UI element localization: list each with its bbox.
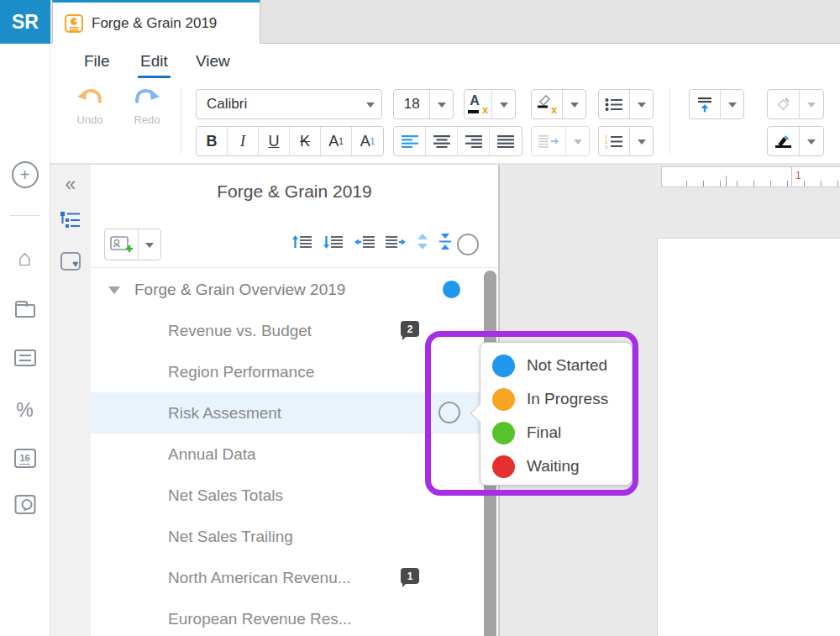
bullet-list-button[interactable] bbox=[598, 89, 654, 119]
comment-count-badge[interactable]: 2 bbox=[401, 321, 419, 337]
chevron-down-icon bbox=[366, 102, 375, 112]
chevron-down-icon bbox=[574, 139, 582, 149]
panel-title: Forge & Grain 2019 bbox=[91, 181, 498, 202]
folder-icon[interactable] bbox=[15, 304, 35, 318]
outline-diamond-icon bbox=[775, 97, 791, 113]
undo-arrow-icon bbox=[76, 87, 103, 105]
add-new-button[interactable]: + bbox=[12, 161, 39, 188]
app-window: SR Forge & Grain 2019 + ⌂ % 16 File bbox=[0, 0, 840, 636]
ruler-segment-border bbox=[791, 167, 792, 187]
numbered-list-icon: 1 2 3 bbox=[605, 134, 623, 149]
align-left-icon bbox=[402, 135, 418, 148]
formatting-toolbar: Undo Redo Calibri 18 A bbox=[50, 80, 840, 164]
numbered-list-button[interactable]: 1 2 3 bbox=[598, 126, 654, 156]
horizontal-ruler: 1 bbox=[661, 166, 840, 187]
chevron-down-icon bbox=[638, 139, 646, 149]
ink-fill-icon bbox=[774, 134, 794, 149]
favorites-tab[interactable]: ♥ bbox=[60, 252, 81, 271]
svg-text:3: 3 bbox=[605, 145, 608, 149]
menu-edit[interactable]: Edit bbox=[138, 52, 171, 78]
collapse-panel-button[interactable]: « bbox=[66, 173, 76, 196]
subscript-button[interactable]: A1 bbox=[352, 127, 383, 155]
shape-outline-button[interactable] bbox=[767, 89, 824, 119]
status-circle-button[interactable] bbox=[457, 234, 479, 255]
archive-drawer-icon[interactable] bbox=[14, 350, 36, 366]
bold-button[interactable]: B bbox=[197, 127, 228, 155]
underline-button[interactable]: U bbox=[259, 127, 290, 155]
add-slide-icon bbox=[110, 235, 133, 254]
menu-view[interactable]: View bbox=[196, 52, 230, 71]
font-size-combo[interactable]: 18 bbox=[393, 89, 454, 119]
chevron-down-icon bbox=[807, 139, 816, 149]
add-slide-button[interactable] bbox=[104, 229, 161, 260]
annotation-highlight-box bbox=[425, 331, 638, 496]
outline-row[interactable]: European Revenue Res... bbox=[91, 598, 498, 636]
percent-tools-icon[interactable]: % bbox=[16, 399, 33, 422]
outline-row[interactable]: Forge & Grain Overview 2019 bbox=[91, 269, 498, 310]
chevron-down-icon bbox=[638, 102, 646, 112]
outline-row[interactable]: Net Sales Trailing bbox=[91, 516, 498, 557]
menu-bar: File Edit View bbox=[50, 44, 840, 80]
align-left-button[interactable] bbox=[394, 127, 426, 155]
align-right-button[interactable] bbox=[458, 127, 490, 155]
justify-button[interactable] bbox=[490, 127, 522, 155]
strikethrough-button[interactable]: K bbox=[290, 127, 321, 155]
tab-title: Forge & Grain 2019 bbox=[92, 15, 217, 32]
font-family-value: Calibri bbox=[207, 96, 247, 113]
ruler-major-tick bbox=[726, 176, 727, 187]
italic-button[interactable]: I bbox=[228, 127, 259, 155]
indent-arrow-icon bbox=[538, 134, 559, 148]
outdent-icon[interactable] bbox=[354, 235, 375, 249]
chevron-down-icon bbox=[145, 243, 154, 252]
bullet-list-icon bbox=[605, 97, 623, 112]
calendar-icon[interactable]: 16 bbox=[14, 449, 36, 468]
font-family-combo[interactable]: Calibri bbox=[196, 89, 382, 119]
chevron-down-icon bbox=[438, 102, 446, 112]
align-group bbox=[393, 126, 522, 156]
menu-file[interactable]: File bbox=[84, 52, 110, 71]
ruler-ticks bbox=[670, 167, 840, 187]
collapse-arrow-icon[interactable] bbox=[108, 286, 120, 300]
fill-color-button[interactable] bbox=[767, 126, 824, 156]
panel-divider bbox=[91, 267, 498, 268]
move-down-icon[interactable] bbox=[323, 235, 344, 249]
paragraph-indent-button[interactable] bbox=[531, 126, 590, 156]
align-center-icon bbox=[433, 135, 450, 148]
document-page[interactable] bbox=[657, 238, 840, 636]
justify-icon bbox=[497, 135, 514, 148]
outline-tab[interactable] bbox=[60, 212, 81, 231]
outline-tree-icon bbox=[60, 212, 81, 228]
redo-button[interactable]: Redo bbox=[124, 87, 170, 126]
heart-box-icon: ♥ bbox=[60, 252, 81, 271]
plus-circle-icon: + bbox=[12, 161, 39, 188]
align-top-icon bbox=[696, 97, 713, 113]
home-icon[interactable]: ⌂ bbox=[18, 247, 31, 269]
superscript-button[interactable]: A1 bbox=[321, 127, 352, 155]
panel-toolbar bbox=[91, 225, 498, 264]
outline-row[interactable]: North American Revenu... 1 bbox=[91, 557, 498, 598]
font-size-value: 18 bbox=[404, 96, 420, 113]
app-sidebar: + ⌂ % 16 bbox=[0, 44, 50, 636]
collapse-all-icon[interactable] bbox=[439, 234, 451, 250]
document-tab[interactable]: Forge & Grain 2019 bbox=[52, 0, 260, 44]
sidebar-divider bbox=[10, 215, 40, 216]
status-dot[interactable] bbox=[443, 281, 460, 298]
indent-icon[interactable] bbox=[386, 235, 406, 249]
expand-all-icon[interactable] bbox=[417, 234, 428, 250]
panel-tab-strip: « ♥ bbox=[50, 165, 91, 636]
app-logo[interactable]: SR bbox=[0, 0, 50, 44]
vertical-align-top-button[interactable] bbox=[689, 89, 744, 119]
undo-button[interactable]: Undo bbox=[67, 87, 113, 126]
idea-lightbulb-icon[interactable] bbox=[14, 495, 35, 514]
align-center-button[interactable] bbox=[426, 127, 458, 155]
align-right-icon bbox=[465, 135, 482, 148]
chevron-down-icon bbox=[570, 102, 579, 112]
move-up-icon[interactable] bbox=[292, 235, 312, 249]
toolbar-divider bbox=[669, 88, 670, 154]
highlight-color-button[interactable]: x bbox=[531, 89, 586, 119]
font-color-icon: A x bbox=[468, 95, 488, 113]
comment-count-badge[interactable]: 1 bbox=[401, 568, 419, 584]
tab-bar: Forge & Grain 2019 bbox=[50, 0, 840, 44]
font-color-button[interactable]: A x bbox=[464, 89, 516, 119]
highlighter-icon: x bbox=[537, 95, 557, 113]
